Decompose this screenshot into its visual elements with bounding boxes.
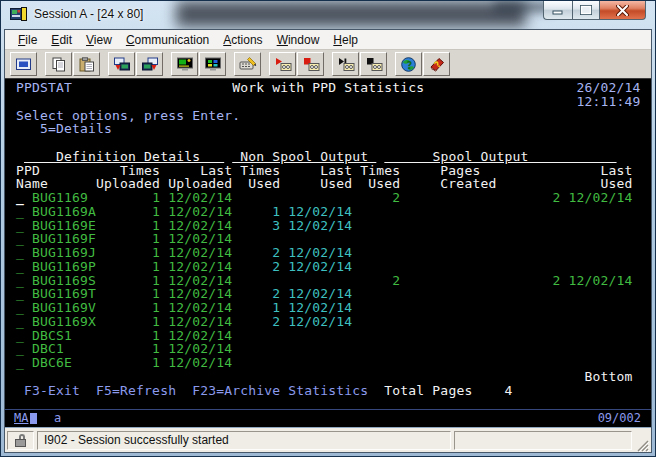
copy-icon: [50, 57, 68, 72]
keyboard-setup-button[interactable]: [234, 52, 261, 76]
status-bar: I902 - Session successfully started: [5, 427, 651, 452]
resize-grip[interactable]: [635, 438, 649, 452]
display-setup-button[interactable]: [171, 52, 198, 76]
record-macro-start-button[interactable]: [269, 52, 296, 76]
oia-system-indicator: MA: [14, 411, 28, 425]
menu-help[interactable]: Help: [326, 32, 365, 48]
terminal-row: 12:11:49: [8, 95, 651, 109]
oia-input-state: [39, 411, 53, 425]
menu-window[interactable]: Window: [270, 32, 327, 48]
window-title: Session A - [24 x 80]: [34, 7, 143, 21]
play-macro-button[interactable]: [332, 52, 359, 76]
terminal-row: _ BUG1169T 1 12/02/14 2 12/02/14: [8, 287, 651, 301]
close-icon: [616, 5, 629, 16]
send-file-icon: [113, 57, 131, 72]
record-macro-stop-button[interactable]: [297, 52, 324, 76]
display-setup-icon: [176, 57, 194, 72]
terminal-row: Definition Details Non Spool Output Spoo…: [8, 150, 651, 164]
send-file-button[interactable]: [108, 52, 135, 76]
menu-file[interactable]: File: [11, 32, 44, 48]
menu-actions[interactable]: Actions: [216, 32, 269, 48]
session-screen-icon: [15, 57, 33, 72]
menu-bar: FileEditViewCommunicationActionsWindowHe…: [5, 30, 651, 50]
terminal-row: _ BUG1169X 1 12/02/14 2 12/02/14: [8, 315, 651, 329]
background-window-bleed: [176, 1, 526, 27]
minimize-icon: [552, 6, 564, 15]
terminal-row: Name Uploaded Uploaded Used Used Used Cr…: [8, 177, 651, 191]
terminal-row: Select options, press Enter.: [8, 109, 651, 123]
app-icon[interactable]: [10, 6, 28, 22]
jump-to-session-button[interactable]: [10, 52, 37, 76]
keyboard-setup-icon: [239, 57, 257, 72]
terminal-row: _ BUG1169P 1 12/02/14 2 12/02/14: [8, 260, 651, 274]
terminal-row: 5=Details: [8, 122, 651, 136]
stop-macro-button[interactable]: [360, 52, 387, 76]
copy-button[interactable]: [45, 52, 72, 76]
security-status-panel: [7, 431, 34, 450]
svg-text:?: ?: [406, 59, 412, 70]
terminal-row: _ BUG1169V 1 12/02/14 1 12/02/14: [8, 301, 651, 315]
status-extra-panel: [454, 431, 632, 450]
terminal-row: _ BUG1169J 1 12/02/14 2 12/02/14: [8, 246, 651, 260]
help-book-icon: ?: [428, 57, 446, 72]
color-setup-button[interactable]: [199, 52, 226, 76]
terminal-row: [8, 136, 651, 150]
record-stop-icon: [302, 57, 320, 72]
status-message-panel: I902 - Session successfully started: [37, 431, 451, 450]
status-message: I902 - Session successfully started: [44, 433, 229, 447]
terminal-row: _ BUG1169 1 12/02/14 2 2 12/02/14: [8, 191, 651, 205]
terminal-row: _ BUG1169A 1 12/02/14 1 12/02/14: [8, 205, 651, 219]
minimize-button[interactable]: [543, 1, 572, 20]
terminal-row: _ BUG1169S 1 12/02/14 2 2 12/02/14: [8, 274, 651, 288]
terminal-row: _ BUG1169F 1 12/02/14: [8, 232, 651, 246]
operator-information-area: MA a 09/002: [5, 409, 651, 427]
cursor-position-indicator: 09/002: [598, 411, 641, 425]
terminal-row: PPD Times Last Times Last Times Pages La…: [8, 164, 651, 178]
internet-service-button[interactable]: ?: [395, 52, 422, 76]
color-setup-icon: [204, 57, 222, 72]
terminal-row: [8, 397, 651, 409]
toolbar: ? ?: [5, 50, 651, 79]
menu-view[interactable]: View: [79, 32, 119, 48]
play-macro-icon: [337, 57, 355, 72]
stop-macro-icon: [365, 57, 383, 72]
receive-file-button[interactable]: [136, 52, 163, 76]
terminal-row: _ DBC6E 1 12/02/14: [8, 356, 651, 370]
help-index-button[interactable]: ?: [423, 52, 450, 76]
session-window: Session A - [24 x 80] FileEditViewCommun…: [0, 0, 656, 457]
close-button[interactable]: [600, 1, 646, 20]
globe-icon: ?: [400, 57, 418, 72]
receive-file-icon: [141, 57, 159, 72]
window-controls: [543, 1, 646, 20]
terminal-emulator: PPDSTAT Work with PPD Statistics 26/02/1…: [5, 79, 651, 427]
terminal-row: _ DBC1 1 12/02/14: [8, 342, 651, 356]
menu-edit[interactable]: Edit: [44, 32, 79, 48]
cursor: _: [16, 190, 24, 205]
terminal-row: _ BUG1169E 1 12/02/14 3 12/02/14: [8, 219, 651, 233]
record-start-icon: [274, 57, 292, 72]
oia-input-state-value: a: [54, 411, 61, 425]
title-bar[interactable]: Session A - [24 x 80]: [4, 1, 652, 29]
paste-icon: [78, 57, 96, 72]
maximize-icon: [580, 5, 592, 15]
maximize-button[interactable]: [572, 1, 600, 20]
client-area: FileEditViewCommunicationActionsWindowHe…: [4, 29, 652, 453]
terminal-row: F3-Exit F5=Refresh F23=Archive Statistic…: [8, 384, 651, 398]
unlocked-padlock-icon: [14, 434, 27, 447]
terminal-row: Bottom: [8, 370, 651, 384]
terminal-row: PPDSTAT Work with PPD Statistics 26/02/1…: [8, 81, 651, 95]
terminal-row: _ DBCS1 1 12/02/14: [8, 329, 651, 343]
paste-button[interactable]: [73, 52, 100, 76]
menu-communication[interactable]: Communication: [119, 32, 216, 48]
oia-block-indicator: [30, 413, 37, 424]
terminal-screen[interactable]: PPDSTAT Work with PPD Statistics 26/02/1…: [5, 79, 651, 409]
